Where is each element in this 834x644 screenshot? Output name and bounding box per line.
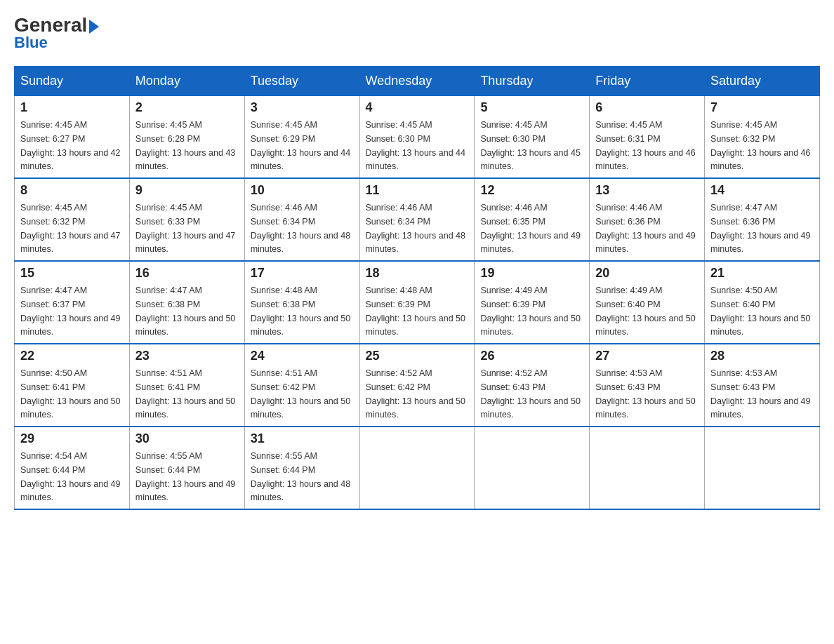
- calendar-cell: 13 Sunrise: 4:46 AMSunset: 6:36 PMDaylig…: [590, 178, 705, 261]
- calendar-cell: [359, 427, 475, 509]
- calendar-cell: 24 Sunrise: 4:51 AMSunset: 6:42 PMDaylig…: [244, 344, 359, 427]
- day-info: Sunrise: 4:47 AMSunset: 6:37 PMDaylight:…: [20, 286, 120, 337]
- page-header: General Blue: [14, 14, 820, 52]
- day-number: 23: [135, 349, 239, 363]
- calendar-week-row: 22 Sunrise: 4:50 AMSunset: 6:41 PMDaylig…: [15, 344, 820, 427]
- calendar-header-thursday: Thursday: [475, 67, 590, 96]
- day-number: 1: [20, 100, 124, 115]
- day-info: Sunrise: 4:49 AMSunset: 6:39 PMDaylight:…: [480, 286, 580, 337]
- day-info: Sunrise: 4:55 AMSunset: 6:44 PMDaylight:…: [135, 451, 235, 502]
- day-number: 9: [135, 183, 239, 198]
- calendar-cell: 31 Sunrise: 4:55 AMSunset: 6:44 PMDaylig…: [244, 427, 359, 509]
- calendar-cell: 8 Sunrise: 4:45 AMSunset: 6:32 PMDayligh…: [15, 178, 130, 261]
- calendar-cell: 18 Sunrise: 4:48 AMSunset: 6:39 PMDaylig…: [359, 261, 475, 344]
- day-number: 27: [595, 349, 699, 363]
- calendar-cell: 6 Sunrise: 4:45 AMSunset: 6:31 PMDayligh…: [590, 96, 705, 179]
- day-info: Sunrise: 4:49 AMSunset: 6:40 PMDaylight:…: [595, 286, 695, 337]
- calendar-header-tuesday: Tuesday: [244, 67, 359, 96]
- day-info: Sunrise: 4:45 AMSunset: 6:29 PMDaylight:…: [251, 120, 350, 171]
- calendar-cell: 28 Sunrise: 4:53 AMSunset: 6:43 PMDaylig…: [705, 344, 820, 427]
- calendar-cell: 19 Sunrise: 4:49 AMSunset: 6:39 PMDaylig…: [475, 261, 590, 344]
- day-number: 30: [135, 431, 239, 446]
- calendar-header-monday: Monday: [129, 67, 244, 96]
- calendar-cell: 22 Sunrise: 4:50 AMSunset: 6:41 PMDaylig…: [15, 344, 130, 427]
- calendar-cell: 11 Sunrise: 4:46 AMSunset: 6:34 PMDaylig…: [359, 178, 475, 261]
- day-info: Sunrise: 4:45 AMSunset: 6:33 PMDaylight:…: [135, 203, 235, 254]
- day-number: 20: [595, 266, 699, 281]
- day-info: Sunrise: 4:45 AMSunset: 6:27 PMDaylight:…: [20, 120, 120, 171]
- calendar-cell: 29 Sunrise: 4:54 AMSunset: 6:44 PMDaylig…: [15, 427, 130, 509]
- day-number: 8: [20, 183, 124, 198]
- calendar-header-sunday: Sunday: [15, 67, 130, 96]
- day-info: Sunrise: 4:48 AMSunset: 6:39 PMDaylight:…: [366, 286, 465, 337]
- day-info: Sunrise: 4:46 AMSunset: 6:35 PMDaylight:…: [480, 203, 580, 254]
- calendar-cell: 12 Sunrise: 4:46 AMSunset: 6:35 PMDaylig…: [475, 178, 590, 261]
- day-info: Sunrise: 4:55 AMSunset: 6:44 PMDaylight:…: [251, 451, 350, 502]
- day-number: 2: [135, 100, 239, 115]
- calendar-cell: 3 Sunrise: 4:45 AMSunset: 6:29 PMDayligh…: [244, 96, 359, 179]
- day-number: 21: [710, 266, 814, 281]
- day-info: Sunrise: 4:45 AMSunset: 6:30 PMDaylight:…: [366, 120, 465, 171]
- day-number: 3: [251, 100, 354, 115]
- calendar-header-row: SundayMondayTuesdayWednesdayThursdayFrid…: [15, 67, 820, 96]
- calendar-cell: [705, 427, 820, 509]
- calendar-cell: 16 Sunrise: 4:47 AMSunset: 6:38 PMDaylig…: [129, 261, 244, 344]
- calendar-cell: 4 Sunrise: 4:45 AMSunset: 6:30 PMDayligh…: [359, 96, 475, 179]
- day-number: 16: [135, 266, 239, 281]
- day-number: 19: [480, 266, 583, 281]
- day-info: Sunrise: 4:51 AMSunset: 6:41 PMDaylight:…: [135, 368, 235, 420]
- day-number: 28: [710, 349, 814, 363]
- day-number: 13: [595, 183, 699, 198]
- day-number: 24: [251, 349, 354, 363]
- day-info: Sunrise: 4:46 AMSunset: 6:34 PMDaylight:…: [251, 203, 350, 254]
- day-info: Sunrise: 4:45 AMSunset: 6:32 PMDaylight:…: [710, 120, 810, 171]
- day-number: 22: [20, 349, 124, 363]
- day-number: 10: [251, 183, 354, 198]
- day-info: Sunrise: 4:46 AMSunset: 6:34 PMDaylight:…: [366, 203, 465, 254]
- day-info: Sunrise: 4:47 AMSunset: 6:38 PMDaylight:…: [135, 286, 235, 337]
- calendar-header-saturday: Saturday: [705, 67, 820, 96]
- day-number: 5: [480, 100, 583, 115]
- day-info: Sunrise: 4:53 AMSunset: 6:43 PMDaylight:…: [595, 368, 695, 420]
- day-number: 14: [710, 183, 814, 198]
- day-info: Sunrise: 4:50 AMSunset: 6:41 PMDaylight:…: [20, 368, 120, 420]
- day-info: Sunrise: 4:45 AMSunset: 6:30 PMDaylight:…: [480, 120, 580, 171]
- calendar-cell: 23 Sunrise: 4:51 AMSunset: 6:41 PMDaylig…: [129, 344, 244, 427]
- day-number: 7: [710, 100, 814, 115]
- calendar-week-row: 1 Sunrise: 4:45 AMSunset: 6:27 PMDayligh…: [15, 96, 820, 179]
- day-info: Sunrise: 4:52 AMSunset: 6:42 PMDaylight:…: [366, 368, 465, 420]
- calendar-cell: 30 Sunrise: 4:55 AMSunset: 6:44 PMDaylig…: [129, 427, 244, 509]
- day-info: Sunrise: 4:51 AMSunset: 6:42 PMDaylight:…: [251, 368, 350, 420]
- day-number: 15: [20, 266, 124, 281]
- day-info: Sunrise: 4:48 AMSunset: 6:38 PMDaylight:…: [251, 286, 350, 337]
- day-number: 25: [366, 349, 469, 363]
- logo: General Blue: [14, 14, 99, 52]
- calendar-cell: 26 Sunrise: 4:52 AMSunset: 6:43 PMDaylig…: [475, 344, 590, 427]
- calendar-cell: 7 Sunrise: 4:45 AMSunset: 6:32 PMDayligh…: [705, 96, 820, 179]
- calendar-cell: 14 Sunrise: 4:47 AMSunset: 6:36 PMDaylig…: [705, 178, 820, 261]
- day-info: Sunrise: 4:45 AMSunset: 6:32 PMDaylight:…: [20, 203, 120, 254]
- day-info: Sunrise: 4:54 AMSunset: 6:44 PMDaylight:…: [20, 451, 120, 502]
- day-number: 17: [251, 266, 354, 281]
- calendar-cell: 1 Sunrise: 4:45 AMSunset: 6:27 PMDayligh…: [15, 96, 130, 179]
- day-number: 26: [480, 349, 583, 363]
- calendar-cell: 15 Sunrise: 4:47 AMSunset: 6:37 PMDaylig…: [15, 261, 130, 344]
- logo-blue: Blue: [14, 34, 99, 52]
- day-number: 29: [20, 431, 124, 446]
- calendar-week-row: 29 Sunrise: 4:54 AMSunset: 6:44 PMDaylig…: [15, 427, 820, 509]
- calendar-cell: 27 Sunrise: 4:53 AMSunset: 6:43 PMDaylig…: [590, 344, 705, 427]
- day-number: 6: [595, 100, 699, 115]
- calendar-cell: 17 Sunrise: 4:48 AMSunset: 6:38 PMDaylig…: [244, 261, 359, 344]
- day-number: 18: [366, 266, 469, 281]
- day-info: Sunrise: 4:50 AMSunset: 6:40 PMDaylight:…: [710, 286, 810, 337]
- day-number: 31: [251, 431, 354, 446]
- calendar-cell: [475, 427, 590, 509]
- calendar-header-wednesday: Wednesday: [359, 67, 475, 96]
- calendar-cell: 10 Sunrise: 4:46 AMSunset: 6:34 PMDaylig…: [244, 178, 359, 261]
- day-info: Sunrise: 4:45 AMSunset: 6:28 PMDaylight:…: [135, 120, 235, 171]
- calendar-cell: [590, 427, 705, 509]
- calendar-table: SundayMondayTuesdayWednesdayThursdayFrid…: [14, 66, 820, 510]
- calendar-cell: 2 Sunrise: 4:45 AMSunset: 6:28 PMDayligh…: [129, 96, 244, 179]
- day-info: Sunrise: 4:46 AMSunset: 6:36 PMDaylight:…: [595, 203, 695, 254]
- calendar-cell: 25 Sunrise: 4:52 AMSunset: 6:42 PMDaylig…: [359, 344, 475, 427]
